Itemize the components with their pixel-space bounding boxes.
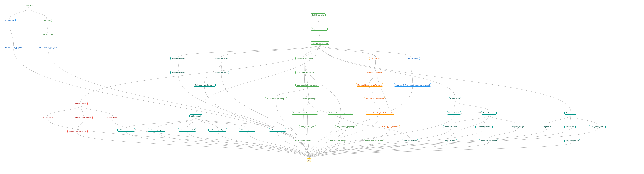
node-Kraken_ImportTaxonomy[interactable]: Kraken_ImportTaxonomy: [68, 130, 88, 133]
node-Map_reads2index_per_sample[interactable]: Map_reads2index_per_sample: [296, 83, 320, 86]
node-rename_files[interactable]: rename_files: [23, 4, 34, 7]
node-Convert_Bam2Depth_of_CoAssembly[interactable]: Convert_Bam2Depth_of_CoAssembly: [366, 111, 395, 114]
node-Check_bins_per_sample[interactable]: Check_bins_per_sample: [328, 139, 348, 142]
node-trim_reads[interactable]: trim_reads: [42, 18, 52, 22]
node-QC_unmapped_reads[interactable]: QC_unmapped_reads: [402, 57, 420, 60]
node-Centrifuge2krona[interactable]: Centrifuge2krona: [214, 71, 229, 74]
node-Kaiju2krona[interactable]: Kaiju2krona: [564, 125, 576, 128]
node-make_diamond_DB[interactable]: make_diamond_DB: [299, 125, 316, 128]
node-Megan_classify[interactable]: Megan_classify: [443, 139, 457, 142]
node-SummarizeQC_post_trim[interactable]: SummarizeQC_post_trim: [38, 46, 58, 49]
node-Kraken_biom[interactable]: Kraken_biom: [106, 116, 118, 119]
node-Kraken_merge_reports[interactable]: Kraken_merge_reports: [74, 116, 93, 119]
node-Kraken_classify[interactable]: Kraken_classify: [74, 102, 88, 105]
node-Concat_reads[interactable]: Concat_reads: [449, 97, 461, 100]
node-Build_Host_index[interactable]: Build_Host_index: [311, 14, 326, 17]
workflow-canvas: rename_filesQC_pre_trimtrim_readsQC_post…: [0, 0, 644, 174]
node-PhyloFlash_classify[interactable]: PhyloFlash_classify: [170, 57, 187, 60]
node-MetapHlan_merge[interactable]: MetapHlan_merge: [510, 125, 525, 128]
node-MetapHlan2krona[interactable]: MetapHlan2krona: [443, 125, 458, 128]
node-QC_pre_trim[interactable]: QC_pre_trim: [4, 18, 16, 22]
node-SummarizeQC_pre_trim[interactable]: SummarizeQC_pre_trim: [4, 46, 24, 49]
node-filter_unmapped_reads[interactable]: filter_unmapped_reads: [311, 41, 330, 45]
node-mOtus_merge_order[interactable]: mOtus_merge_order: [269, 128, 286, 132]
node-Centrifuge_classify[interactable]: Centrifuge_classify: [214, 57, 230, 60]
node-assembly_find_proteins[interactable]: assembly_find_proteins: [294, 139, 313, 142]
node-Assembly_per_sample[interactable]: Assembly_per_sample: [296, 57, 314, 60]
node-MetaErg_Annotation_per_sample[interactable]: MetaErg_Annotation_per_sample: [328, 111, 354, 114]
node-Bin_assembly_per_sample[interactable]: Bin_assembly_per_sample: [335, 125, 357, 128]
node-mOtus_merge_phylum[interactable]: mOtus_merge_phylum: [208, 128, 227, 132]
node-mOtus_classify[interactable]: mOtus_classify: [189, 114, 203, 118]
node-Diamond_blastx[interactable]: Diamond_blastx: [447, 111, 461, 114]
node-QC_post_trim[interactable]: QC_post_trim: [42, 32, 54, 36]
node-Sort_sam_per_sample[interactable]: Sort_sam_per_sample: [299, 97, 318, 100]
node-Map_reads_to_Host[interactable]: Map_reads_to_Host: [311, 27, 328, 30]
node-Sort_sam_of_CoAssembly[interactable]: Sort_sam_of_CoAssembly: [364, 97, 385, 100]
node-Build_index_of_CoAssembly[interactable]: Build_index_of_CoAssembly: [364, 71, 386, 74]
node-Kaiju2table[interactable]: Kaiju2table: [542, 125, 552, 128]
node-Map_reads2index_of_CoAssembly[interactable]: Map_reads2index_of_CoAssembly: [356, 83, 383, 86]
node-SummarizeQC_unmapped_reads_and_alignment[interactable]: SummarizeQC_unmapped_reads_and_alignment: [394, 83, 431, 86]
node-Build_index_per_sample[interactable]: Build_index_per_sample: [296, 71, 315, 74]
node-Centrifuge_ImportTaxonomy[interactable]: Centrifuge_ImportTaxonomy: [193, 83, 216, 86]
node-all[interactable]: all: [307, 158, 311, 162]
node-mOtus_merge_genus[interactable]: mOtus_merge_genus: [148, 128, 166, 132]
node-Co_Assembly[interactable]: Co_Assembly: [369, 57, 382, 60]
node-PhyloFlash_tables[interactable]: PhyloFlash_tables: [170, 71, 186, 74]
node-mOtus_merge_family[interactable]: mOtus_merge_family: [118, 128, 135, 132]
node-reads_find_proteins[interactable]: reads_find_proteins: [402, 139, 418, 142]
node-Kaiju_classify[interactable]: Kaiju_classify: [564, 111, 577, 114]
node-MetaErg_CO_Annotate[interactable]: MetaErg_CO_Annotate: [381, 125, 400, 128]
node-Convert_Bam2Depth_per_sample[interactable]: Convert_Bam2Depth_per_sample: [292, 111, 318, 114]
edges-layer: [0, 0, 644, 174]
node-classify_bins_per_sample[interactable]: classify_bins_per_sample: [364, 139, 384, 142]
node-mOtus_merge_class[interactable]: mOtus_merge_class: [239, 128, 256, 132]
node-Humann2_normalize[interactable]: Humann2_normalize: [476, 125, 492, 128]
node-Humann2_classify[interactable]: Humann2_classify: [481, 111, 497, 114]
node-QC_assembly_per_sample[interactable]: QC_assembly_per_sample: [265, 97, 287, 100]
node-Kaiju_ktImportText[interactable]: Kaiju_ktImportText: [564, 139, 580, 142]
node-Kaiju_merge_tables[interactable]: Kaiju_merge_tables: [589, 125, 606, 128]
node-MetapHlan_ktextImport[interactable]: MetapHlan_ktextImport: [479, 139, 498, 142]
node-Kraken2krona[interactable]: Kraken2krona: [42, 116, 54, 119]
node-mOtus_merge_mOTU[interactable]: mOtus_merge_mOTU: [178, 128, 196, 132]
